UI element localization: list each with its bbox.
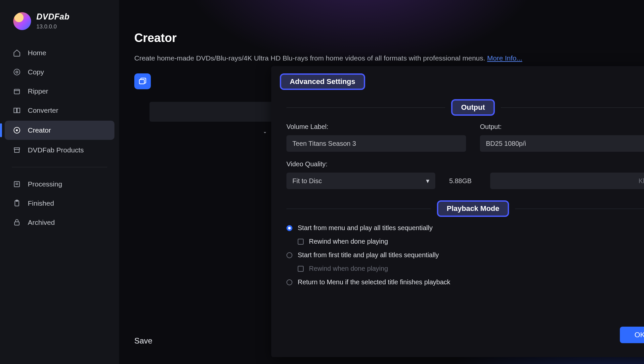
playback-opt3-label: Return to Menu if the selected title fin… (298, 278, 450, 286)
svg-rect-10 (14, 108, 17, 113)
section-header-output: Output (451, 99, 495, 116)
clipboard-icon (13, 199, 21, 208)
target-icon (13, 68, 21, 76)
sidebar-item-converter[interactable]: Converter (0, 101, 119, 120)
sidebar-item-label: Home (28, 49, 46, 57)
sidebar-item-label: Processing (28, 180, 62, 188)
playback-opt3-radio[interactable] (286, 279, 292, 285)
output-lbl: Output: (480, 123, 644, 131)
sidebar-item-label: Converter (28, 106, 58, 114)
svg-point-13 (16, 130, 18, 131)
vq-size-value: 5.88GB (449, 177, 476, 185)
page-description-text: Create home-made DVDs/Blu-rays/4K Ultra … (134, 54, 487, 62)
playback-opt1-label: Start from menu and play all titles sequ… (298, 224, 433, 232)
bitrate-unit: Kbps (638, 177, 644, 185)
playback-opt2-label: Start from first title and play all titl… (298, 251, 439, 259)
svg-rect-11 (17, 108, 20, 113)
volume-label-value: Teen Titans Season 3 (292, 140, 356, 147)
sidebar-item-archived[interactable]: Archived (0, 213, 119, 232)
svg-rect-21 (15, 222, 19, 225)
panel-icon (13, 106, 21, 115)
sidebar-item-label: DVDFab Products (28, 146, 84, 154)
playback-opt2[interactable]: Start from first title and play all titl… (286, 251, 644, 259)
video-quality-lbl: Video Quality: (286, 160, 644, 168)
sidebar-item-label: Copy (28, 68, 44, 76)
playback-opt1-radio[interactable] (286, 225, 292, 231)
playback-opt1-rewind[interactable]: Rewind when done playing (286, 238, 644, 245)
output-select[interactable]: BD25 1080p/i▾ (480, 135, 644, 152)
app-version: 13.0.0.0 (36, 23, 69, 30)
volume-label-lbl: Volume Label: (286, 123, 466, 131)
modal-title: Advanced Settings (280, 73, 365, 90)
more-info-link[interactable]: More Info... (487, 54, 522, 62)
svg-rect-9 (14, 89, 20, 94)
playback-opt2-rewind-chk (298, 266, 304, 272)
logo-block: DVDFab 13.0.0.0 (0, 0, 119, 41)
row-collapse-caret-icon[interactable] (262, 130, 268, 136)
playback-opt2-rewind: Rewind when done playing (286, 265, 644, 272)
sidebar-separator (12, 167, 107, 167)
add-source-button[interactable] (134, 73, 151, 89)
app-logo-icon (13, 12, 31, 30)
home-icon (13, 49, 21, 57)
sidebar-item-creator[interactable]: Creator (5, 121, 114, 140)
sidebar-item-label: Finished (28, 199, 54, 207)
playback-opt1-rewind-chk[interactable] (298, 239, 304, 245)
svg-point-8 (16, 71, 18, 73)
video-quality-select[interactable]: Fit to Disc▾ (286, 173, 435, 189)
playback-opt3[interactable]: Return to Menu if the selected title fin… (286, 278, 644, 286)
sidebar-item-home[interactable]: Home (0, 43, 119, 62)
page-description: Create home-made DVDs/Blu-rays/4K Ultra … (134, 54, 629, 62)
list-icon (13, 180, 21, 188)
save-to-label: Save (134, 336, 152, 345)
sidebar-item-processing[interactable]: Processing (0, 175, 119, 194)
bitrate-input[interactable]: Kbps (490, 173, 644, 189)
playback-opt2-rewind-label: Rewind when done playing (309, 265, 388, 272)
playback-opt1-rewind-label: Rewind when done playing (309, 238, 388, 245)
disc-icon (13, 126, 21, 135)
svg-point-7 (14, 69, 20, 75)
archive-icon (13, 146, 21, 154)
chevron-down-icon: ▾ (426, 177, 429, 185)
box-icon (13, 87, 21, 96)
sidebar-item-copy[interactable]: Copy (0, 62, 119, 82)
app-name: DVDFab (36, 12, 69, 21)
sidebar-item-label: Archived (28, 219, 55, 226)
playback-opt2-radio[interactable] (286, 252, 292, 258)
svg-rect-15 (15, 149, 19, 152)
sidebar-item-products[interactable]: DVDFab Products (0, 141, 119, 160)
volume-label-input[interactable]: Teen Titans Season 3 (286, 135, 466, 152)
modal-ok-button[interactable]: OK (620, 327, 644, 343)
sidebar: DVDFab 13.0.0.0 Home Copy Ripper Convert… (0, 0, 119, 364)
advanced-settings-modal: Advanced Settings ✕ Output Volume Label:… (271, 66, 644, 357)
sidebar-item-ripper[interactable]: Ripper (0, 82, 119, 101)
video-quality-value: Fit to Disc (292, 177, 322, 185)
lock-icon (13, 218, 21, 227)
main-area: Creator Create home-made DVDs/Blu-rays/4… (119, 0, 644, 364)
sidebar-item-label: Ripper (28, 87, 48, 95)
playback-opt1[interactable]: Start from menu and play all titles sequ… (286, 224, 644, 232)
svg-rect-22 (139, 80, 144, 84)
page-title: Creator (134, 31, 629, 45)
sidebar-item-label: Creator (28, 126, 51, 134)
section-header-playback: Playback Mode (437, 200, 509, 217)
output-value: BD25 1080p/i (486, 140, 526, 147)
sidebar-item-finished[interactable]: Finished (0, 194, 119, 213)
